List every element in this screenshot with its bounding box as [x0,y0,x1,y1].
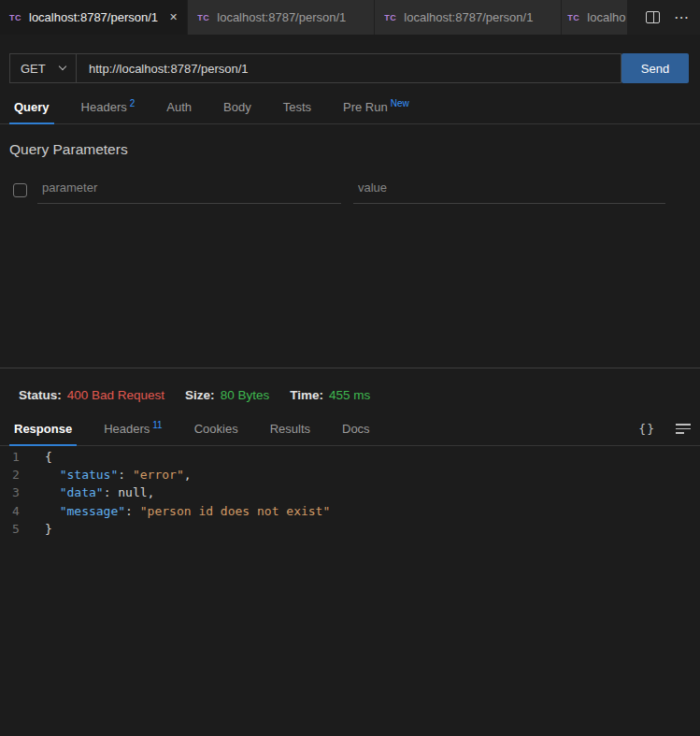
close-icon[interactable]: ✕ [169,11,178,23]
tab-label: Results [270,422,310,436]
size-item: Size: 80 Bytes [185,388,269,402]
tab-cookies[interactable]: Cookies [193,422,240,445]
tab-label: Headers [104,422,150,436]
tab-label: Auth [166,100,192,114]
format-json-icon[interactable]: {} [638,422,655,436]
tab-label: Cookies [194,422,238,436]
url-input[interactable] [76,53,621,83]
query-parameter-row [13,177,689,204]
code-line: 1{ [0,448,700,466]
code-line: 3 "data": null, [0,483,700,501]
editor-tab-3[interactable]: TC localhost:8787/person/1 [375,0,562,35]
editor-tab-2[interactable]: TC localhost:8787/person/1 [188,0,375,35]
request-url-row: GET Send [9,53,689,83]
editor-tab-label: localho [587,10,625,24]
tab-label: Body [223,100,251,114]
headers-count-badge: 11 [152,420,162,430]
size-label: Size: [185,388,215,402]
tab-label: Headers [81,100,127,114]
new-badge: New [391,98,409,108]
thunder-client-icon: TC [197,13,209,22]
tab-query[interactable]: Query [12,100,51,123]
status-label: Status: [19,388,62,402]
tab-response[interactable]: Response [12,422,74,445]
method-value: GET [21,62,46,76]
method-select[interactable]: GET [9,53,76,83]
time-value: 455 ms [329,388,370,402]
thunder-client-icon: TC [567,13,579,22]
editor-tab-label: localhost:8787/person/1 [404,10,533,24]
editor-tab-1[interactable]: TC localhost:8787/person/1 ✕ [0,0,188,35]
editor-tab-bar: TC localhost:8787/person/1 ✕ TC localhos… [0,0,700,35]
response-tabs: Response Headers11 Cookies Results Docs … [0,416,700,446]
request-panel: GET Send Query Headers2 Auth Body Tests … [0,53,700,368]
tab-headers[interactable]: Headers2 [79,100,137,123]
thunder-client-icon: TC [9,13,21,22]
line-number: 1 [0,448,21,466]
code-line: 5} [0,520,700,538]
tab-tests[interactable]: Tests [281,100,313,123]
tab-label: Docs [342,422,370,436]
editor-tab-label: localhost:8787/person/1 [217,10,346,24]
chevron-down-icon [59,63,66,70]
thunder-client-icon: TC [384,13,396,22]
param-checkbox[interactable] [13,183,27,197]
tab-auth[interactable]: Auth [164,100,193,123]
time-label: Time: [290,388,323,402]
code-line: 4 "message": "person id does not exist" [0,502,700,520]
tab-body[interactable]: Body [221,100,253,123]
tab-pre-run[interactable]: Pre RunNew [341,100,411,123]
tab-label: Response [14,422,72,436]
response-status-row: Status: 400 Bad Request Size: 80 Bytes T… [19,388,700,402]
request-tabs: Query Headers2 Auth Body Tests Pre RunNe… [0,94,700,124]
response-panel: Status: 400 Bad Request Size: 80 Bytes T… [0,388,700,538]
response-body-code: 1{2 "status": "error",3 "data": null,4 "… [0,448,700,538]
tab-response-headers[interactable]: Headers11 [102,422,164,445]
status-item: Status: 400 Bad Request [19,388,164,402]
raw-lines-icon[interactable] [676,424,691,433]
send-button[interactable]: Send [621,53,689,83]
line-number: 4 [0,502,21,520]
tab-label: Query [14,100,50,114]
status-value: 400 Bad Request [67,388,164,402]
tab-docs[interactable]: Docs [340,422,372,445]
tab-label: Pre Run [343,100,388,114]
tab-label: Tests [283,100,311,114]
editor-tab-4[interactable]: TC localho [562,0,628,35]
value-input[interactable] [353,177,665,204]
query-parameters-title: Query Parameters [9,141,700,158]
code-line: 2 "status": "error", [0,466,700,483]
headers-count-badge: 2 [130,98,136,108]
split-editor-icon[interactable] [646,11,660,23]
line-number: 2 [0,466,21,483]
panel-divider[interactable] [0,368,700,368]
parameter-input[interactable] [37,177,341,204]
tab-results[interactable]: Results [268,422,312,445]
more-actions-icon[interactable]: ⋯ [674,10,689,25]
time-item: Time: 455 ms [290,388,370,402]
line-number: 3 [0,483,21,501]
line-number: 5 [0,520,21,538]
size-value: 80 Bytes [221,388,270,402]
editor-tab-label: localhost:8787/person/1 [29,10,158,24]
response-toolbar: {} [638,422,691,445]
editor-actions: ⋯ [635,0,700,35]
